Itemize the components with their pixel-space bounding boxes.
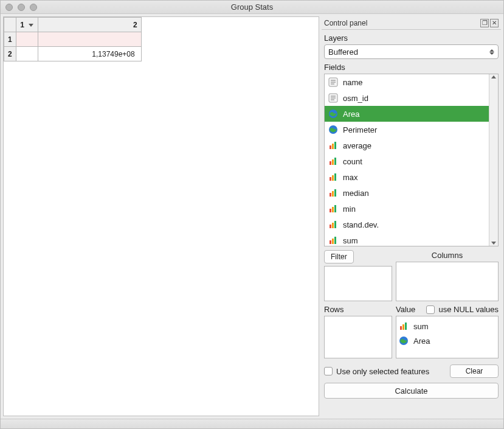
- only-selected-label: Use only selected features: [336, 367, 429, 376]
- fields-list-item[interactable]: osm_id: [325, 90, 489, 106]
- fields-scrollbar[interactable]: [489, 74, 498, 246]
- panel-detach-icon[interactable]: ❐: [480, 19, 489, 27]
- fields-list-item[interactable]: Perimeter: [325, 122, 489, 138]
- value-drop-zone[interactable]: sumArea: [396, 316, 499, 358]
- group-stats-window: Group Stats 1 2: [0, 0, 504, 429]
- grid-cell[interactable]: [38, 32, 141, 47]
- grid-row-header[interactable]: 2: [4, 47, 16, 61]
- fields-list-item-label: average: [343, 141, 371, 150]
- fields-list-item[interactable]: count: [325, 153, 489, 169]
- fields-list-item-label: sum: [343, 236, 358, 245]
- layers-combo[interactable]: Buffered: [324, 44, 499, 59]
- fields-list-item-label: name: [343, 78, 363, 87]
- scroll-down-icon[interactable]: [491, 242, 496, 245]
- fields-list-item-label: osm_id: [343, 94, 368, 103]
- bars-icon: [328, 172, 338, 182]
- grid-corner: [4, 18, 16, 32]
- fields-list-item[interactable]: average: [325, 138, 489, 153]
- bars-icon: [328, 204, 338, 214]
- window-titlebar[interactable]: Group Stats: [1, 1, 503, 14]
- globe-icon: [399, 336, 409, 346]
- layers-combo-value: Buffered: [328, 47, 358, 57]
- only-selected-checkbox[interactable]: [324, 367, 333, 375]
- text-icon: [328, 93, 338, 103]
- results-grid[interactable]: 1 2 1 2 1,137: [3, 16, 319, 416]
- fields-list-item-label: Area: [343, 110, 359, 119]
- bars-icon: [328, 156, 338, 166]
- fields-list-item[interactable]: stand.dev.: [325, 217, 489, 232]
- use-null-label: use NULL values: [438, 305, 499, 314]
- sort-indicator-icon: [29, 24, 33, 27]
- fields-list-item-label: Perimeter: [343, 125, 377, 134]
- bars-icon: [328, 235, 338, 245]
- value-item-label: Area: [413, 337, 430, 346]
- clear-button[interactable]: Clear: [450, 364, 499, 378]
- fields-list-item[interactable]: Area: [325, 106, 489, 122]
- fields-list[interactable]: nameosm_idAreaPerimeteraveragecountmaxme…: [324, 74, 499, 246]
- calculate-button[interactable]: Calculate: [324, 383, 499, 399]
- rows-label: Rows: [324, 305, 392, 316]
- filter-button[interactable]: Filter: [324, 250, 354, 263]
- value-item-label: sum: [413, 322, 429, 331]
- combo-arrows-icon: [489, 49, 494, 55]
- scroll-up-icon[interactable]: [491, 75, 496, 78]
- grid-cell[interactable]: 1,13749e+08: [38, 47, 141, 61]
- grid-col-header-2[interactable]: 2: [38, 18, 141, 32]
- grid-row-header[interactable]: 1: [4, 32, 16, 47]
- fields-list-item-label: max: [343, 173, 358, 182]
- grid-cell[interactable]: [16, 32, 38, 47]
- value-item[interactable]: sum: [399, 319, 495, 333]
- close-icon[interactable]: [5, 4, 13, 11]
- grid-row[interactable]: 2 1,13749e+08: [4, 47, 142, 61]
- layers-label: Layers: [322, 30, 501, 44]
- text-icon: [328, 77, 338, 87]
- columns-drop-zone[interactable]: [396, 262, 499, 301]
- fields-label: Fields: [322, 59, 501, 74]
- control-panel-title: Control panel ❐ ✕: [322, 16, 501, 30]
- fields-list-item-label: median: [343, 189, 369, 198]
- window-footer: [1, 419, 503, 428]
- fields-list-item[interactable]: name: [325, 74, 489, 90]
- grid-col-header-1[interactable]: 1: [16, 18, 38, 32]
- panel-close-icon[interactable]: ✕: [490, 19, 499, 27]
- use-null-checkbox[interactable]: [426, 305, 435, 314]
- fields-list-item-label: count: [343, 157, 362, 166]
- globe-icon: [328, 109, 338, 119]
- fields-list-item[interactable]: max: [325, 169, 489, 185]
- rows-drop-zone[interactable]: [324, 316, 392, 358]
- bars-icon: [328, 141, 338, 150]
- value-label: Value: [396, 305, 415, 314]
- fields-list-item-label: min: [343, 204, 356, 214]
- bars-icon: [399, 321, 409, 331]
- bars-icon: [328, 188, 338, 198]
- fields-list-item[interactable]: sum: [325, 232, 489, 246]
- fields-list-item[interactable]: median: [325, 185, 489, 201]
- zoom-icon[interactable]: [30, 4, 37, 11]
- minimize-icon[interactable]: [18, 4, 25, 11]
- bars-icon: [328, 220, 338, 229]
- globe-icon: [328, 125, 338, 134]
- columns-label: Columns: [396, 250, 499, 262]
- window-title: Group Stats: [1, 2, 503, 12]
- filter-drop-zone[interactable]: [324, 266, 392, 301]
- grid-cell[interactable]: [16, 47, 38, 61]
- fields-list-item[interactable]: min: [325, 201, 489, 217]
- value-item[interactable]: Area: [399, 333, 495, 348]
- fields-list-item-label: stand.dev.: [343, 220, 379, 229]
- grid-row[interactable]: 1: [4, 32, 142, 47]
